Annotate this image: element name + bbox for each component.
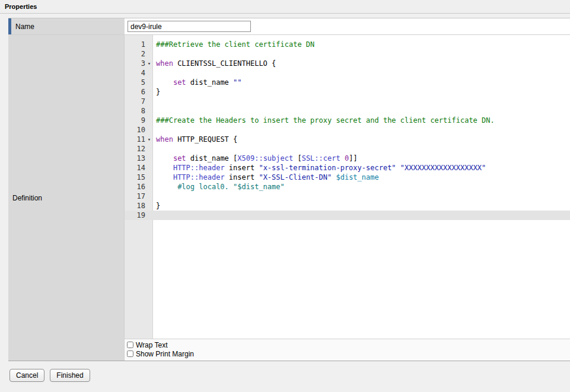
line-number: 3▾ (125, 59, 153, 68)
fold-arrow-icon[interactable]: ▾ (145, 135, 153, 144)
editor-line[interactable]: 12 (125, 144, 570, 154)
name-row: Name (8, 18, 570, 35)
name-label: Name (15, 23, 34, 31)
name-value-cell (125, 18, 570, 34)
line-number: 6 (125, 87, 153, 97)
editor-line[interactable]: 5 set dist_name "" (125, 78, 570, 87)
show-print-margin-option[interactable]: Show Print Margin (127, 349, 570, 358)
editor-line[interactable]: 14 HTTP::header insert "x-ssl-terminatio… (125, 163, 570, 173)
editor-line[interactable]: 11▾when HTTP_REQUEST { (125, 135, 570, 144)
code-line-text: when CLIENTSSL_CLIENTHELLO { (153, 59, 276, 68)
code-line-text (153, 125, 156, 135)
name-label-cell: Name (8, 18, 125, 34)
code-line-text: ###Retrieve the client certificate DN (153, 40, 314, 49)
code-line-text (153, 144, 156, 154)
line-number: 19 (125, 211, 153, 220)
code-line-text (153, 106, 156, 116)
definition-label-cell: Definition (8, 35, 125, 361)
footer-buttons: Cancel Finished (0, 361, 570, 382)
wrap-text-checkbox[interactable] (127, 342, 133, 348)
editor-line[interactable]: 17 (125, 192, 570, 201)
line-number: 9 (125, 116, 153, 125)
line-number: 13 (125, 154, 153, 163)
line-number: 8 (125, 106, 153, 116)
fold-arrow-icon[interactable]: ▾ (145, 59, 153, 68)
editor-line[interactable]: 3▾when CLIENTSSL_CLIENTHELLO { (125, 59, 570, 68)
editor-line[interactable]: 10 (125, 125, 570, 135)
required-indicator (8, 18, 11, 34)
line-number: 16 (125, 182, 153, 192)
code-line-text (153, 192, 156, 201)
editor-line[interactable]: 4 (125, 68, 570, 78)
finished-button[interactable]: Finished (50, 369, 90, 382)
line-number: 7 (125, 97, 153, 106)
definition-editor-cell: 1###Retrieve the client certificate DN23… (125, 35, 570, 361)
line-number: 11▾ (125, 135, 153, 144)
properties-page: Properties Name Definition 1###Retrieve … (0, 0, 570, 382)
line-number: 10 (125, 125, 153, 135)
editor-line[interactable]: 2 (125, 49, 570, 59)
wrap-text-label: Wrap Text (136, 341, 168, 349)
code-line-text: when HTTP_REQUEST { (153, 135, 237, 144)
show-print-margin-label: Show Print Margin (136, 350, 194, 358)
definition-label: Definition (12, 194, 42, 202)
line-number: 15 (125, 173, 153, 182)
line-number: 14 (125, 163, 153, 173)
editor-line[interactable]: 16 #log local0. "$dist_name" (125, 182, 570, 192)
line-number: 5 (125, 78, 153, 87)
code-line-text: } (153, 201, 160, 211)
show-print-margin-checkbox[interactable] (127, 350, 133, 357)
editor-line[interactable]: 13 set dist_name [X509::subject [SSL::ce… (125, 154, 570, 163)
line-number: 12 (125, 144, 153, 154)
wrap-text-option[interactable]: Wrap Text (127, 340, 570, 349)
line-number: 4 (125, 68, 153, 78)
code-line-text: #log local0. "$dist_name" (153, 182, 285, 192)
editor-line[interactable]: 7 (125, 97, 570, 106)
editor-line[interactable]: 6} (125, 87, 570, 97)
code-line-text: set dist_name [X509::subject [SSL::cert … (153, 154, 358, 163)
code-line-text (153, 68, 156, 78)
definition-row: Definition 1###Retrieve the client certi… (8, 35, 570, 361)
editor-line[interactable]: 18} (125, 201, 570, 211)
properties-form: Name Definition 1###Retrieve the client … (8, 18, 570, 361)
code-line-text (153, 49, 156, 59)
line-number: 1 (125, 40, 153, 49)
code-line-text: HTTP::header insert "X-SSL-Client-DN" $d… (153, 173, 379, 182)
editor-line[interactable]: 8 (125, 106, 570, 116)
editor-line[interactable]: 19 (125, 211, 570, 220)
code-editor[interactable]: 1###Retrieve the client certificate DN23… (125, 35, 570, 339)
name-input[interactable] (128, 21, 251, 32)
code-line-text: } (153, 87, 160, 97)
editor-options: Wrap Text Show Print Margin (125, 339, 570, 361)
code-line-text (153, 211, 156, 220)
editor-line[interactable]: 1###Retrieve the client certificate DN (125, 40, 570, 49)
code-line-text: set dist_name "" (153, 78, 242, 87)
code-line-text: ###Create the Headers to insert the prox… (153, 116, 495, 125)
code-line-text: HTTP::header insert "x-ssl-termination-p… (153, 163, 486, 173)
page-title: Properties (0, 0, 570, 14)
code-line-text (153, 97, 156, 106)
cancel-button[interactable]: Cancel (9, 369, 44, 382)
line-number: 17 (125, 192, 153, 201)
editor-line[interactable]: 15 HTTP::header insert "X-SSL-Client-DN"… (125, 173, 570, 182)
line-number: 2 (125, 49, 153, 59)
line-number: 18 (125, 201, 153, 211)
editor-line[interactable]: 9###Create the Headers to insert the pro… (125, 116, 570, 125)
